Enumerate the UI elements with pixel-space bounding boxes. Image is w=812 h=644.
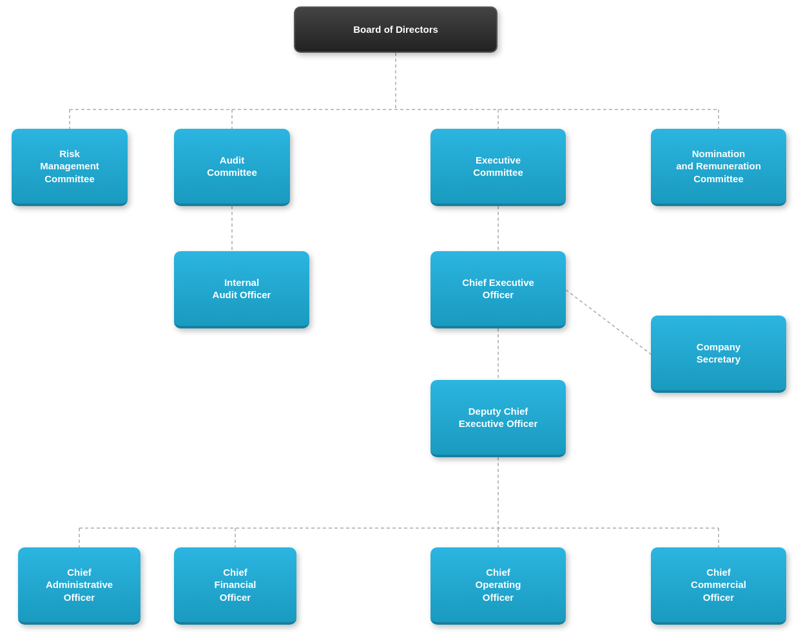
org-chart: Board of Directors RiskManagementCommitt… — [0, 0, 812, 644]
risk-label: RiskManagementCommittee — [40, 147, 99, 185]
nomination-remuneration-committee: Nominationand RemunerationCommittee — [651, 129, 786, 206]
internal-audit-label: InternalAudit Officer — [213, 276, 271, 301]
deputy-chief-executive-officer: Deputy ChiefExecutive Officer — [430, 380, 566, 457]
nomination-label: Nominationand RemunerationCommittee — [676, 147, 761, 185]
audit-label: AuditCommittee — [207, 154, 257, 179]
cfo-label: ChiefFinancialOfficer — [214, 566, 256, 604]
chief-administrative-officer: ChiefAdministrativeOfficer — [18, 547, 140, 625]
chief-commercial-officer: ChiefCommercialOfficer — [651, 547, 786, 625]
board-of-directors: Board of Directors — [294, 6, 498, 53]
audit-committee: AuditCommittee — [174, 129, 290, 206]
cco-label: ChiefCommercialOfficer — [691, 566, 746, 604]
internal-audit-officer: InternalAudit Officer — [174, 251, 309, 328]
company-sec-label: CompanySecretary — [697, 341, 740, 366]
svg-line-9 — [566, 290, 651, 354]
cao-label: ChiefAdministrativeOfficer — [46, 566, 113, 604]
board-label: Board of Directors — [353, 23, 438, 36]
ceo-label: Chief ExecutiveOfficer — [462, 276, 534, 301]
dceo-label: Deputy ChiefExecutive Officer — [459, 405, 538, 430]
chief-executive-officer: Chief ExecutiveOfficer — [430, 251, 566, 328]
company-secretary: CompanySecretary — [651, 316, 786, 393]
chief-operating-officer: ChiefOperatingOfficer — [430, 547, 566, 625]
coo-label: ChiefOperatingOfficer — [476, 566, 521, 604]
executive-committee: ExecutiveCommittee — [430, 129, 566, 206]
executive-label: ExecutiveCommittee — [473, 154, 523, 179]
risk-management-committee: RiskManagementCommittee — [12, 129, 128, 206]
chief-financial-officer: ChiefFinancialOfficer — [174, 547, 296, 625]
